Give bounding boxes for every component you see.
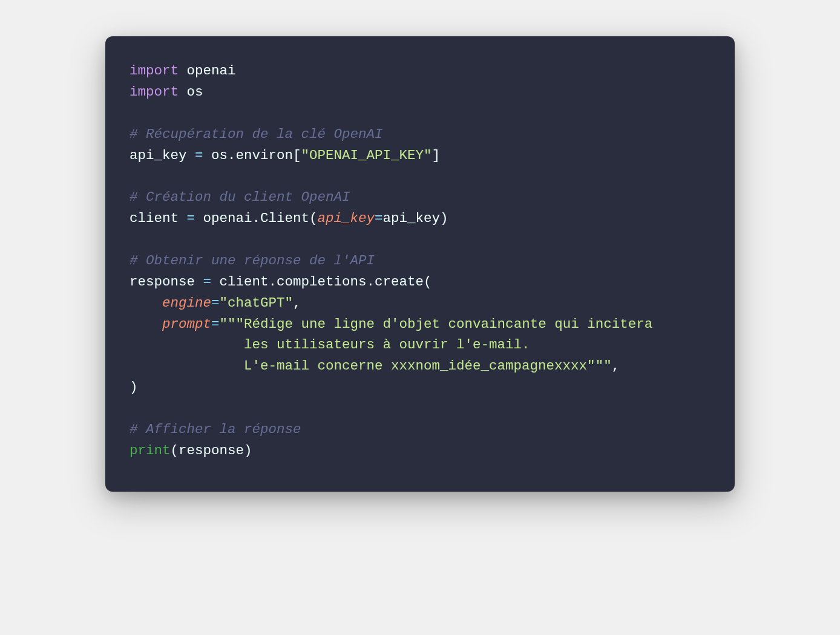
code-line: engine="chatGPT",: [130, 293, 710, 314]
code-line-blank: [130, 166, 710, 187]
paren-close: ): [130, 379, 138, 395]
comma: ,: [293, 295, 301, 311]
code-comment: # Afficher la réponse: [130, 419, 710, 440]
expression: client.completions.create(: [211, 274, 432, 290]
bracket: ]: [432, 148, 441, 163]
argument: response: [179, 443, 244, 458]
parameter: engine: [162, 295, 211, 311]
code-line: client = openai.Client(api_key=api_key): [130, 208, 710, 229]
code-line-blank: [130, 103, 710, 124]
indent: [130, 316, 162, 332]
argument: api_key): [383, 210, 448, 226]
code-line: prompt="""Rédige une ligne d'objet conva…: [130, 314, 710, 335]
module-name: openai: [179, 63, 236, 79]
operator: =: [195, 148, 203, 163]
code-line: les utilisateurs à ouvrir l'e-mail.: [130, 334, 710, 356]
expression: openai.Client(: [195, 210, 318, 226]
operator: =: [211, 316, 220, 332]
code-comment: # Récupération de la clé OpenAI: [130, 124, 710, 145]
code-line: api_key = os.environ["OPENAI_API_KEY"]: [130, 145, 710, 166]
code-line: import os: [130, 82, 710, 103]
print-function: print: [130, 443, 171, 458]
string-literal: les utilisateurs à ouvrir l'e-mail.: [130, 337, 530, 353]
variable: api_key: [130, 148, 195, 163]
code-comment: # Création du client OpenAI: [130, 187, 710, 208]
code-comment: # Obtenir une réponse de l'API: [130, 250, 710, 272]
code-line-blank: [130, 229, 710, 250]
module-name: os: [179, 84, 203, 100]
keyword-import: import: [130, 63, 179, 79]
code-line: response = client.completions.create(: [130, 272, 710, 293]
paren-close: ): [244, 443, 252, 458]
code-line: L'e-mail concerne xxxnom_idée_campagnexx…: [130, 356, 710, 377]
string-literal: "OPENAI_API_KEY": [301, 148, 432, 163]
variable: client: [130, 210, 187, 226]
code-line: ): [130, 377, 710, 398]
string-literal: L'e-mail concerne xxxnom_idée_campagnexx…: [130, 358, 612, 374]
indent: [130, 295, 162, 311]
paren-open: (: [171, 443, 179, 458]
string-literal: "chatGPT": [220, 295, 294, 311]
parameter: api_key: [318, 210, 375, 226]
keyword-import: import: [130, 84, 179, 100]
code-line-blank: [130, 398, 710, 419]
operator: =: [203, 274, 212, 290]
code-block: import openai import os # Récupération d…: [105, 36, 735, 492]
code-line: import openai: [130, 60, 710, 82]
code-line: print(response): [130, 440, 710, 461]
comma: ,: [612, 358, 620, 374]
expression: os.environ[: [203, 148, 301, 163]
operator: =: [211, 295, 220, 311]
variable: response: [130, 274, 203, 290]
string-literal: """Rédige une ligne d'objet convaincante…: [220, 316, 653, 332]
operator: =: [375, 210, 383, 226]
operator: =: [187, 210, 195, 226]
parameter: prompt: [162, 316, 211, 332]
